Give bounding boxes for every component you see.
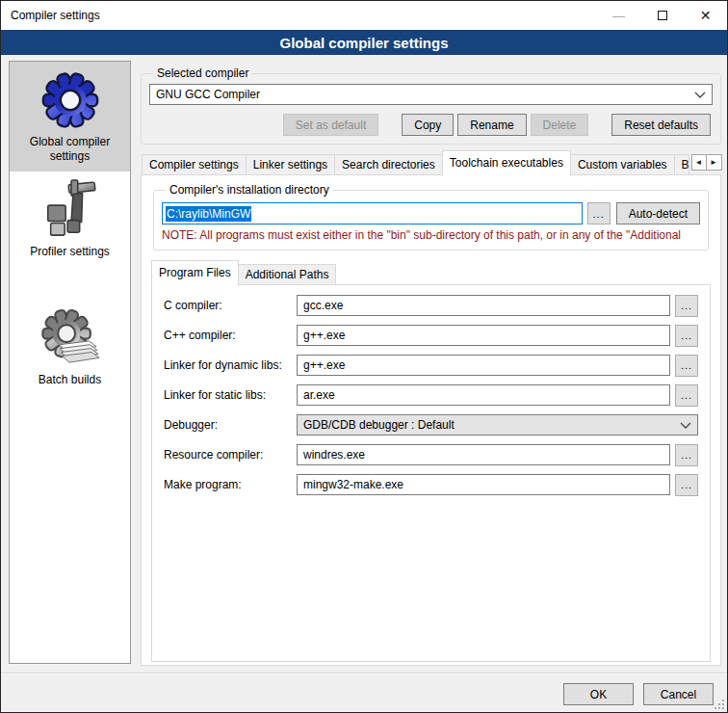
- tab-scroll-right-button[interactable]: ►: [707, 154, 722, 171]
- title-bar: Compiler settings — ✕: [1, 1, 727, 30]
- cpp-compiler-input[interactable]: [297, 325, 670, 346]
- resize-grip-icon[interactable]: [715, 700, 724, 709]
- tab-scroll-buttons: ◄ ►: [691, 154, 722, 171]
- form-row-cpp-compiler: C++ compiler: ...: [164, 325, 698, 346]
- static-linker-input[interactable]: [297, 384, 670, 406]
- field-label: Debugger:: [164, 418, 297, 432]
- resource-compiler-input[interactable]: [297, 444, 670, 465]
- compiler-select-value: GNU GCC Compiler: [156, 88, 260, 101]
- program-files-tab-bar: Program Files Additional Paths: [151, 262, 711, 285]
- installation-directory-browse-button[interactable]: ...: [587, 202, 611, 224]
- compiler-settings-dialog: Compiler settings — ✕ Global compiler se…: [0, 0, 728, 713]
- subtab-additional-paths[interactable]: Additional Paths: [239, 264, 337, 285]
- selected-compiler-group: Selected compiler GNU GCC Compiler Set a…: [141, 66, 721, 145]
- cancel-button[interactable]: Cancel: [643, 683, 714, 705]
- field-label: C compiler:: [164, 299, 297, 312]
- sidebar-item-batch-builds[interactable]: Batch builds: [10, 300, 130, 395]
- dynamic-linker-input[interactable]: [297, 355, 670, 376]
- page-title-banner: Global compiler settings: [1, 30, 727, 55]
- form-row-dynamic-linker: Linker for dynamic libs: ...: [164, 355, 698, 376]
- chevron-down-icon: [694, 92, 706, 98]
- form-row-resource-compiler: Resource compiler: ...: [164, 444, 698, 465]
- field-label: C++ compiler:: [164, 329, 297, 342]
- make-program-input[interactable]: [297, 474, 670, 495]
- caliper-icon: [40, 179, 100, 239]
- static-linker-browse-button[interactable]: ...: [675, 384, 698, 407]
- sidebar-item-label: Batch builds: [39, 373, 101, 387]
- field-label: Linker for static libs:: [164, 388, 297, 402]
- program-files-panel: C compiler: ... C++ compiler: ... Linker…: [151, 284, 711, 662]
- dynamic-linker-browse-button[interactable]: ...: [675, 355, 698, 377]
- tab-build-options-truncated[interactable]: Build options: [675, 154, 689, 175]
- field-label: Linker for dynamic libs:: [164, 358, 297, 372]
- cpp-compiler-browse-button[interactable]: ...: [675, 325, 698, 347]
- settings-category-list: Global compiler settings: [9, 61, 131, 664]
- tab-scroll-left-button[interactable]: ◄: [691, 154, 707, 171]
- sidebar-item-label: Profiler settings: [30, 245, 110, 259]
- maximize-button[interactable]: [640, 1, 684, 30]
- tab-toolchain-executables[interactable]: Toolchain executables: [442, 150, 571, 176]
- copy-button[interactable]: Copy: [402, 114, 454, 136]
- reset-defaults-button[interactable]: Reset defaults: [611, 114, 711, 136]
- compiler-select[interactable]: GNU GCC Compiler: [149, 84, 713, 105]
- close-icon: ✕: [700, 8, 712, 23]
- field-label: Resource compiler:: [164, 448, 297, 462]
- form-row-static-linker: Linker for static libs: ...: [164, 384, 698, 406]
- compiler-actions-row: Set as default Copy Rename Delete Reset …: [149, 114, 713, 136]
- tab-custom-variables[interactable]: Custom variables: [571, 154, 675, 175]
- installation-directory-legend: Compiler's installation directory: [166, 183, 333, 197]
- installation-directory-input[interactable]: C:\raylib\MinGW: [162, 202, 583, 224]
- sidebar-item-global-compiler-settings[interactable]: Global compiler settings: [10, 62, 130, 172]
- form-row-debugger: Debugger: GDB/CDB debugger : Default: [164, 414, 698, 436]
- tab-compiler-settings[interactable]: Compiler settings: [142, 154, 247, 175]
- window-controls: — ✕: [597, 1, 727, 30]
- blue-gear-icon: [40, 69, 100, 129]
- delete-button[interactable]: Delete: [531, 114, 589, 136]
- make-program-browse-button[interactable]: ...: [675, 474, 698, 496]
- selected-compiler-legend: Selected compiler: [153, 66, 252, 80]
- form-row-c-compiler: C compiler: ...: [164, 295, 698, 316]
- installation-directory-group: Compiler's installation directory C:\ray…: [153, 183, 709, 251]
- tab-search-directories[interactable]: Search directories: [335, 154, 443, 175]
- resource-compiler-browse-button[interactable]: ...: [675, 444, 698, 466]
- toolchain-executables-panel: Compiler's installation directory C:\ray…: [141, 174, 721, 666]
- maximize-icon: [658, 11, 667, 20]
- dialog-buttons: OK Cancel: [563, 683, 714, 705]
- debugger-select[interactable]: GDB/CDB debugger : Default: [297, 414, 698, 436]
- ok-button[interactable]: OK: [563, 683, 634, 705]
- field-label: Make program:: [164, 478, 297, 491]
- installation-directory-note: NOTE: All programs must exist either in …: [162, 228, 700, 242]
- main-panel: Selected compiler GNU GCC Compiler Set a…: [141, 61, 721, 666]
- subtab-program-files[interactable]: Program Files: [151, 260, 239, 286]
- rename-button[interactable]: Rename: [457, 114, 526, 136]
- minimize-icon: —: [612, 9, 625, 23]
- set-as-default-button[interactable]: Set as default: [283, 114, 378, 136]
- sidebar-spacer: [10, 267, 130, 300]
- minimize-button[interactable]: —: [597, 1, 640, 30]
- arrow-left-icon: ◄: [695, 158, 703, 167]
- arrow-right-icon: ►: [710, 158, 717, 167]
- chevron-down-icon: [680, 422, 691, 429]
- form-row-make-program: Make program: ...: [164, 474, 698, 495]
- sidebar-item-profiler-settings[interactable]: Profiler settings: [10, 172, 130, 267]
- window-title: Compiler settings: [1, 9, 100, 22]
- installation-directory-row: C:\raylib\MinGW ... Auto-detect: [162, 202, 700, 224]
- auto-detect-button[interactable]: Auto-detect: [616, 202, 700, 224]
- c-compiler-input[interactable]: [297, 295, 670, 316]
- installation-directory-value: C:\raylib\MinGW: [166, 206, 251, 222]
- close-button[interactable]: ✕: [684, 1, 727, 30]
- c-compiler-browse-button[interactable]: ...: [675, 295, 698, 317]
- gray-gear-stack-icon: [40, 307, 100, 367]
- footer-divider: [1, 673, 727, 674]
- tab-linker-settings[interactable]: Linker settings: [247, 154, 335, 175]
- settings-tab-bar: Compiler settings Linker settings Search…: [141, 149, 721, 175]
- debugger-select-value: GDB/CDB debugger : Default: [303, 418, 455, 432]
- page-title: Global compiler settings: [279, 35, 448, 51]
- sidebar-item-label: Global compiler settings: [12, 135, 128, 164]
